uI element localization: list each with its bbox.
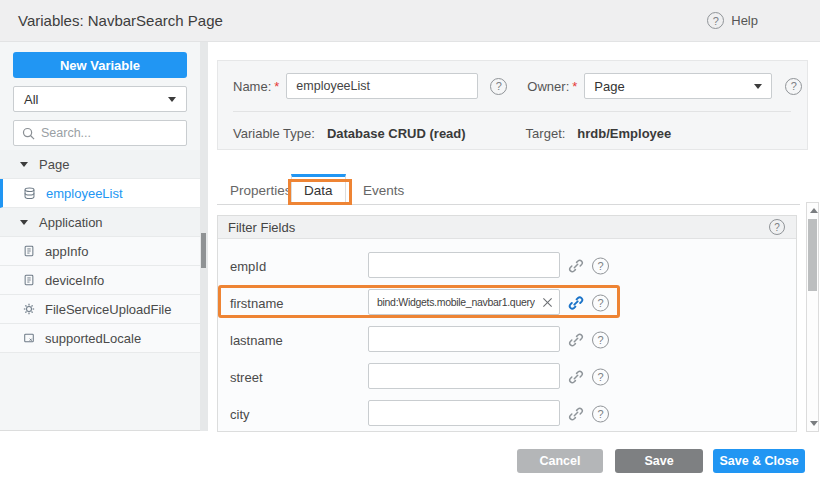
device-icon xyxy=(23,245,35,257)
save-and-close-button[interactable]: Save & Close xyxy=(713,449,805,473)
filter-row-street: street xyxy=(218,358,796,395)
variable-type-value: Database CRUD (read) xyxy=(327,126,466,141)
collapse-icon xyxy=(20,162,28,167)
field-help-icon[interactable] xyxy=(592,331,609,348)
device-icon xyxy=(23,274,35,286)
city-input[interactable] xyxy=(368,400,560,426)
collapse-icon xyxy=(20,220,28,225)
tree-item-employeelist[interactable]: employeeList xyxy=(0,179,200,208)
required-marker: * xyxy=(572,79,577,94)
filter-fields-panel: Filter Fields empId firstname lastname xyxy=(217,215,797,432)
help-button[interactable]: Help xyxy=(707,12,758,29)
tree-item-label: supportedLocale xyxy=(45,331,141,346)
bind-link-icon-bound[interactable] xyxy=(567,294,585,312)
field-help-icon[interactable] xyxy=(592,294,609,311)
owner-label: Owner: xyxy=(527,79,569,94)
field-label: firstname xyxy=(230,295,283,310)
sidebar-scrollbar-thumb[interactable] xyxy=(201,233,206,268)
empid-input[interactable] xyxy=(368,252,560,278)
lastname-input[interactable] xyxy=(368,326,560,352)
divider xyxy=(233,111,791,112)
scroll-down-icon[interactable] xyxy=(810,421,818,426)
name-help-icon[interactable] xyxy=(490,78,507,95)
tree-group-label: Page xyxy=(39,157,69,172)
filter-fields-help-icon[interactable] xyxy=(769,219,785,235)
field-label: street xyxy=(230,369,263,384)
field-label: city xyxy=(230,406,250,421)
dialog-header: Variables: NavbarSearch Page Help xyxy=(0,0,820,42)
variables-sidebar: New Variable All Page employeeList Appli… xyxy=(0,42,200,431)
variable-search xyxy=(13,120,187,146)
variable-summary-panel: Name: * Owner: * Page Variable Type: Dat… xyxy=(217,60,808,150)
filter-row-empid: empId xyxy=(218,247,796,284)
category-filter-value: All xyxy=(24,92,38,107)
search-icon xyxy=(22,127,35,140)
filter-fields-title: Filter Fields xyxy=(228,220,295,235)
tab-bar: Properties Data Events xyxy=(217,175,800,205)
bind-link-icon[interactable] xyxy=(567,331,585,349)
category-filter-select[interactable]: All xyxy=(13,86,187,112)
firstname-input[interactable] xyxy=(368,289,560,315)
tree-item-fileserviceuploadfile[interactable]: FileServiceUploadFile xyxy=(0,295,200,324)
bind-link-icon[interactable] xyxy=(567,257,585,275)
clear-binding-icon[interactable] xyxy=(539,295,555,311)
tree-item-label: employeeList xyxy=(46,186,123,201)
scroll-up-icon[interactable] xyxy=(810,208,818,213)
bind-link-icon[interactable] xyxy=(567,368,585,386)
filter-row-firstname: firstname xyxy=(218,284,796,321)
tab-events[interactable]: Events xyxy=(363,177,404,203)
tree-group-page[interactable]: Page xyxy=(0,150,200,179)
cancel-button[interactable]: Cancel xyxy=(517,449,603,473)
new-variable-button[interactable]: New Variable xyxy=(13,52,187,78)
gear-icon xyxy=(23,303,35,315)
tree-item-appinfo[interactable]: appInfo xyxy=(0,237,200,266)
help-icon xyxy=(707,12,724,29)
tree-item-label: deviceInfo xyxy=(45,273,104,288)
help-label: Help xyxy=(731,13,758,28)
tree-item-deviceinfo[interactable]: deviceInfo xyxy=(0,266,200,295)
filter-row-city: city xyxy=(218,395,796,432)
field-help-icon[interactable] xyxy=(592,405,609,422)
sidebar-scrollbar[interactable] xyxy=(200,42,208,431)
variable-type-label: Variable Type: xyxy=(233,126,315,141)
bind-link-icon[interactable] xyxy=(567,405,585,423)
owner-value: Page xyxy=(594,79,624,94)
target-value: hrdb/Employee xyxy=(577,126,671,141)
field-help-icon[interactable] xyxy=(592,257,609,274)
tree-item-label: FileServiceUploadFile xyxy=(45,302,171,317)
tab-data[interactable]: Data xyxy=(291,174,346,204)
field-label: empId xyxy=(230,258,266,273)
tree-item-label: appInfo xyxy=(45,244,88,259)
tree-group-label: Application xyxy=(39,215,103,230)
database-icon xyxy=(23,187,36,200)
field-help-icon[interactable] xyxy=(592,368,609,385)
owner-help-icon[interactable] xyxy=(785,78,802,95)
tree-group-application[interactable]: Application xyxy=(0,208,200,237)
name-input[interactable] xyxy=(286,73,478,99)
locale-icon xyxy=(23,332,35,344)
save-button[interactable]: Save xyxy=(615,449,703,473)
target-label: Target: xyxy=(526,126,566,141)
tree-item-supportedlocale[interactable]: supportedLocale xyxy=(0,324,200,353)
filter-row-lastname: lastname xyxy=(218,321,796,358)
chevron-down-icon xyxy=(754,84,762,89)
search-input[interactable] xyxy=(41,126,178,140)
field-label: lastname xyxy=(230,332,283,347)
required-marker: * xyxy=(274,79,279,94)
content-scrollbar-thumb[interactable] xyxy=(808,219,817,291)
street-input[interactable] xyxy=(368,363,560,389)
owner-select[interactable]: Page xyxy=(584,73,772,99)
tab-properties[interactable]: Properties xyxy=(230,177,292,203)
name-label: Name: xyxy=(233,79,271,94)
chevron-down-icon xyxy=(168,97,176,102)
content-scrollbar[interactable] xyxy=(806,202,819,432)
page-title: Variables: NavbarSearch Page xyxy=(18,12,223,29)
variable-tree: Page employeeList Application appInfo de… xyxy=(0,150,200,353)
